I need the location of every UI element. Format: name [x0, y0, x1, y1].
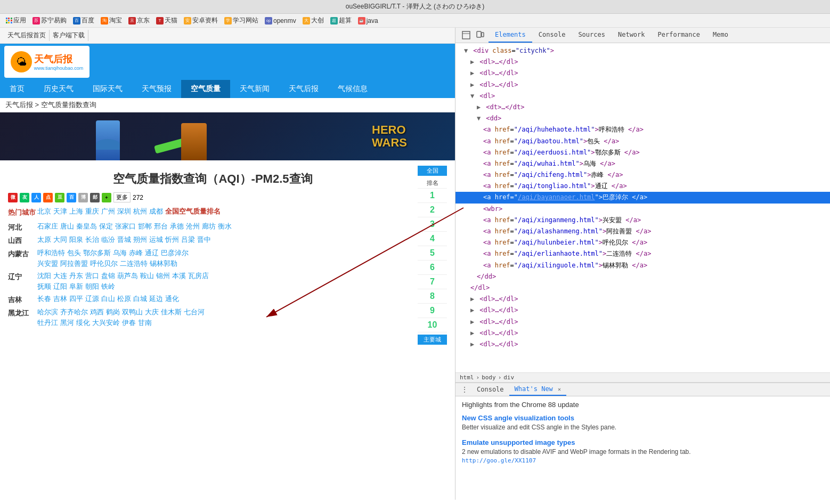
- city-baicheng[interactable]: 白城: [133, 294, 147, 304]
- city-siping[interactable]: 四平: [69, 294, 83, 304]
- rank-link[interactable]: 全国空气质量排名: [165, 207, 221, 216]
- ad-banner[interactable]: HERO WARS: [0, 112, 455, 160]
- nav-weather[interactable]: 天气后报: [279, 80, 328, 98]
- breadcrumb-div[interactable]: div: [503, 374, 514, 381]
- bookmark-suning[interactable]: 苏 苏宁易购: [31, 15, 68, 26]
- city-daqing[interactable]: 大庆: [145, 307, 159, 317]
- dom-line[interactable]: <a href="/aqi/huhehaote.html">呼和浩特 </a>: [455, 124, 830, 135]
- console-menu-icon[interactable]: ⋮: [458, 384, 471, 395]
- bookmark-android[interactable]: 安 安卓资料: [182, 15, 219, 26]
- city-fuxin[interactable]: 阜新: [69, 282, 83, 291]
- social-icon-2[interactable]: 友: [20, 193, 29, 202]
- city-yingkou[interactable]: 营口: [85, 271, 99, 281]
- site-logo[interactable]: 🌤 天气后报 www.tianqihoubao.com: [4, 46, 89, 78]
- dom-line[interactable]: <a href="/aqi/xilinguole.html">锡林郭勒 </a>: [455, 260, 830, 271]
- devtools-inspect-icon[interactable]: [460, 29, 473, 42]
- city-heihe[interactable]: 黑河: [60, 318, 74, 328]
- dom-line[interactable]: ▼ <dd>: [455, 113, 830, 124]
- dom-line[interactable]: ▶ <dl>…</dl>: [455, 305, 830, 316]
- dom-line[interactable]: ▶ <dl>…</dl>: [455, 316, 830, 328]
- city-liaoyang[interactable]: 辽阳: [53, 282, 67, 291]
- rank-10[interactable]: 10: [418, 318, 447, 332]
- city-fushun[interactable]: 抚顺: [37, 282, 51, 291]
- dom-line[interactable]: ▼ <dl>: [455, 91, 830, 102]
- city-harbin[interactable]: 哈尔滨: [37, 307, 58, 317]
- city-mudanjiang[interactable]: 牡丹江: [37, 318, 58, 328]
- city-hulunbeier[interactable]: 呼伦贝尔: [90, 259, 118, 269]
- bookmark-taobao[interactable]: 淘 淘宝: [99, 15, 124, 26]
- bookmark-chaosuan[interactable]: 超 超算: [329, 15, 353, 26]
- city-langfang[interactable]: 廊坊: [202, 222, 216, 231]
- city-yanbian[interactable]: 延边: [149, 294, 163, 304]
- city-shenzhen[interactable]: 深圳: [117, 207, 131, 216]
- city-shanghai[interactable]: 上海: [69, 207, 83, 216]
- dom-line[interactable]: <a href="/aqi/eerduosi.html">鄂尔多斯 </a>: [455, 147, 830, 158]
- bookmark-java[interactable]: ☕ java: [356, 17, 380, 25]
- city-wafangdian[interactable]: 瓦房店: [188, 271, 209, 281]
- city-xinganmeng[interactable]: 兴安盟: [37, 259, 58, 269]
- city-linfen[interactable]: 临汾: [101, 235, 115, 245]
- city-tangshan[interactable]: 唐山: [60, 222, 74, 231]
- city-jinzhou[interactable]: 锦州: [156, 271, 170, 281]
- dom-line[interactable]: ▼ <div class="citychk">: [455, 45, 830, 56]
- nav-news[interactable]: 天气新闻: [230, 80, 279, 98]
- city-taiyuan[interactable]: 太原: [37, 235, 51, 245]
- city-tieling[interactable]: 铁岭: [101, 282, 115, 291]
- bookmark-study[interactable]: 学 学习网站: [223, 15, 260, 26]
- nav-forecast[interactable]: 天气预报: [132, 80, 181, 98]
- city-wuhai[interactable]: 乌海: [113, 248, 127, 258]
- dom-line[interactable]: ▶ <dl>…</dl>: [455, 339, 830, 350]
- city-suihua[interactable]: 绥化: [76, 318, 90, 328]
- city-guangzhou[interactable]: 广州: [101, 207, 115, 216]
- city-chengde[interactable]: 承德: [170, 222, 184, 231]
- city-songyuan[interactable]: 松原: [117, 294, 131, 304]
- console-tab-whatsnew[interactable]: What's New ✕: [509, 383, 567, 396]
- city-shijiazhuang[interactable]: 石家庄: [37, 222, 58, 231]
- dom-line[interactable]: <a href="/aqi/erlianhaote.html">二连浩特 </a…: [455, 248, 830, 259]
- city-alashanmeng[interactable]: 阿拉善盟: [60, 259, 88, 269]
- social-icon-6[interactable]: 百: [67, 193, 76, 202]
- bookmark-jd[interactable]: 京 京东: [127, 15, 151, 26]
- social-icon-5[interactable]: 豆: [55, 193, 64, 202]
- city-jilin[interactable]: 吉林: [53, 294, 67, 304]
- social-icon-3[interactable]: 人: [31, 193, 41, 202]
- city-gannan[interactable]: 甘南: [138, 318, 152, 328]
- dom-line[interactable]: ▶ <dl>…</dl>: [455, 56, 830, 68]
- rank-9[interactable]: 9: [418, 304, 447, 318]
- social-icon-8[interactable]: 邮: [90, 193, 100, 202]
- devtools-tab-memo[interactable]: Memo: [706, 28, 735, 43]
- bookmark-apps[interactable]: 应用: [4, 15, 28, 26]
- social-icon-4[interactable]: 点: [43, 193, 53, 202]
- city-changchun[interactable]: 长春: [37, 294, 51, 304]
- nav-home[interactable]: 首页: [0, 80, 34, 98]
- city-yangquan[interactable]: 阳泉: [69, 235, 83, 245]
- city-xilinguole[interactable]: 锡林郭勒: [150, 259, 177, 269]
- city-chengdu[interactable]: 成都: [149, 207, 163, 216]
- city-tongliao[interactable]: 通辽: [145, 248, 159, 258]
- city-jiamusi[interactable]: 佳木斯: [161, 307, 182, 317]
- city-chongqing[interactable]: 重庆: [85, 207, 99, 216]
- rank-6[interactable]: 6: [418, 261, 447, 275]
- city-liaoyuan[interactable]: 辽源: [85, 294, 99, 304]
- rank-2[interactable]: 2: [418, 203, 447, 217]
- dom-line[interactable]: <a href="/aqi/hulunbeier.html">呼伦贝尔 </a>: [455, 237, 830, 248]
- devtools-tab-sources[interactable]: Sources: [572, 28, 612, 43]
- city-benxi[interactable]: 本溪: [172, 271, 186, 281]
- rank-5[interactable]: 5: [418, 246, 447, 261]
- city-handan[interactable]: 邯郸: [138, 222, 152, 231]
- rank-4[interactable]: 4: [418, 232, 447, 246]
- update-link-2[interactable]: http://goo.gle/XX1107: [462, 457, 536, 464]
- city-lvliang[interactable]: 吕梁: [181, 235, 195, 245]
- city-chifeng[interactable]: 赤峰: [129, 248, 143, 258]
- dom-line[interactable]: <a href="/aqi/wuhai.html">乌海 </a>: [455, 158, 830, 169]
- dom-line[interactable]: ▶ <dl>…</dl>: [455, 328, 830, 339]
- rank-1[interactable]: 1: [418, 189, 447, 203]
- site-home-link[interactable]: 天气后报首页: [4, 30, 50, 41]
- city-hegang[interactable]: 鹤岗: [106, 307, 120, 317]
- nav-climate[interactable]: 气候信息: [328, 80, 377, 98]
- city-tianjin[interactable]: 天津: [53, 207, 67, 216]
- bookmark-openmv[interactable]: op openmv: [263, 17, 298, 25]
- city-jixi[interactable]: 鸡西: [90, 307, 104, 317]
- city-qiqihar[interactable]: 齐齐哈尔: [60, 307, 88, 317]
- city-yuncheng[interactable]: 运城: [149, 235, 163, 245]
